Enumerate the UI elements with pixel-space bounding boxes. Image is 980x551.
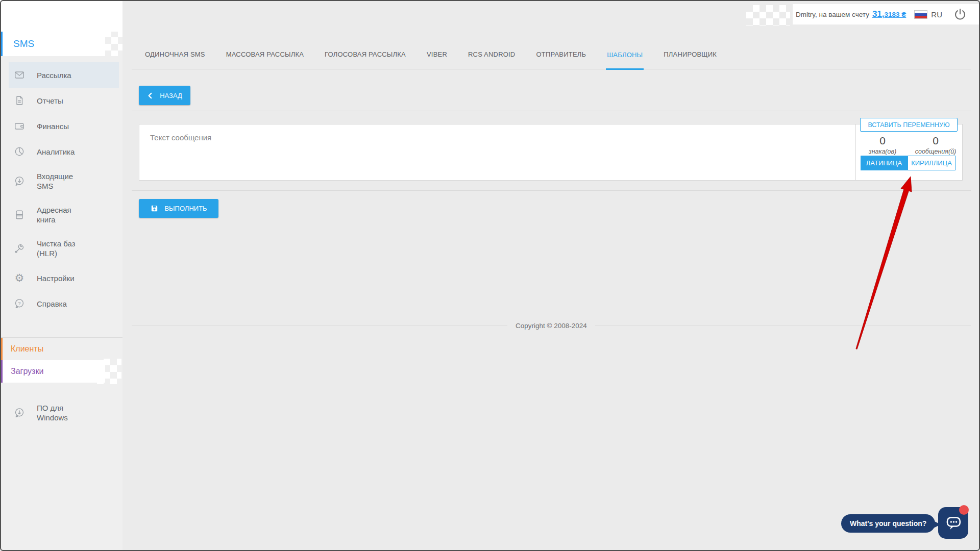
downloads-active-bar bbox=[0, 360, 3, 383]
char-counter: 0 знака(ов) bbox=[856, 135, 909, 155]
save-icon bbox=[150, 204, 159, 213]
incoming-bubble-icon bbox=[14, 176, 25, 187]
tab-scheduler[interactable]: ПЛАНИРОВЩИК bbox=[663, 51, 718, 69]
help-bubble-icon: ? bbox=[14, 298, 25, 309]
tab-rcs-android[interactable]: RCS ANDROID bbox=[467, 51, 517, 69]
chevron-left-icon bbox=[147, 92, 153, 99]
char-caption: знака(ов) bbox=[856, 148, 909, 155]
sidebar-item-nastroyki[interactable]: ⚙ Настройки bbox=[9, 265, 119, 291]
back-button[interactable]: НАЗАД bbox=[139, 86, 190, 105]
divider bbox=[132, 190, 971, 191]
copyright: Copyright © 2008-2024 bbox=[132, 325, 971, 335]
message-text-input[interactable]: Текст сообщения bbox=[139, 124, 855, 180]
wallet-icon bbox=[14, 120, 25, 132]
divider bbox=[132, 111, 971, 111]
wrench-icon bbox=[14, 243, 25, 254]
sidebar-section-clients[interactable]: Клиенты bbox=[0, 338, 122, 360]
sidebar-item-finansy[interactable]: Финансы bbox=[9, 113, 119, 139]
sms-section-label: SMS bbox=[13, 38, 34, 49]
sms-active-bar bbox=[0, 32, 3, 56]
chat-bubble-tail bbox=[934, 521, 941, 528]
tab-single-sms[interactable]: ОДИНОЧНАЯ SMS bbox=[144, 51, 206, 69]
sidebar-item-analitika[interactable]: Аналитика bbox=[9, 139, 119, 164]
message-caption: сообщения(й) bbox=[909, 148, 962, 155]
tab-sender[interactable]: ОТПРАВИТЕЛЬ bbox=[535, 51, 587, 69]
sidebar-item-vhodyashchie-sms[interactable]: Входящие SMS bbox=[9, 164, 119, 198]
account-greeting: Dmitry, на вашем счету bbox=[796, 11, 869, 18]
chat-notification-dot bbox=[959, 505, 969, 515]
alphabet-toggle: ЛАТИНИЦА КИРИЛЛИЦА bbox=[861, 156, 955, 170]
message-placeholder: Текст сообщения bbox=[150, 133, 211, 142]
message-panel: Текст сообщения ВСТАВИТЬ ПЕРЕМЕННУЮ 0 зн… bbox=[139, 124, 963, 181]
main-content: ОДИНОЧНАЯ SMS МАССОВАЯ РАССЫЛКА ГОЛОСОВА… bbox=[122, 0, 980, 551]
insert-variable-button[interactable]: ВСТАВИТЬ ПЕРЕМЕННУЮ bbox=[860, 118, 958, 132]
sidebar-item-spravka[interactable]: ? Справка bbox=[9, 291, 119, 316]
sidebar-item-adresnaya-kniga[interactable]: Адресная книга bbox=[9, 198, 119, 232]
russia-flag-icon bbox=[914, 10, 927, 19]
char-count: 0 bbox=[856, 135, 909, 147]
download-bubble-icon bbox=[14, 407, 25, 418]
envelope-icon bbox=[14, 69, 25, 81]
language-selector[interactable]: RU bbox=[931, 10, 942, 19]
message-counters-panel: ВСТАВИТЬ ПЕРЕМЕННУЮ 0 знака(ов) 0 сообще… bbox=[855, 124, 962, 180]
sidebar-item-chistka-baz-hlr[interactable]: Чистка баз (HLR) bbox=[9, 232, 119, 265]
tab-templates[interactable]: ШАБЛОНЫ bbox=[606, 51, 644, 70]
sidebar-item-po-dlya-windows[interactable]: ПО для Windows bbox=[9, 396, 119, 430]
cyrillic-toggle-button[interactable]: КИРИЛЛИЦА bbox=[908, 156, 955, 170]
pixel-decoration bbox=[97, 359, 121, 384]
sidebar-section-sms[interactable]: SMS bbox=[0, 32, 105, 56]
counters: 0 знака(ов) 0 сообщения(й) bbox=[856, 135, 962, 155]
document-icon bbox=[14, 95, 25, 106]
svg-text:?: ? bbox=[18, 300, 20, 306]
sidebar: SMS Рассылка Отчеты Финансы Анал bbox=[0, 0, 122, 551]
pie-chart-icon bbox=[14, 146, 25, 157]
sidebar-item-rassylka[interactable]: Рассылка bbox=[9, 62, 119, 88]
tab-mass-mailing[interactable]: МАССОВАЯ РАССЫЛКА bbox=[225, 51, 305, 69]
sidebar-header: SMS bbox=[0, 0, 122, 56]
sidebar-header-gray-patch bbox=[105, 32, 122, 56]
message-counter: 0 сообщения(й) bbox=[909, 135, 962, 155]
latin-toggle-button[interactable]: ЛАТИНИЦА bbox=[861, 156, 908, 170]
balance-link[interactable]: 31,3183 ₴ bbox=[872, 9, 906, 19]
message-count: 0 bbox=[909, 135, 962, 147]
chat-bubble-icon bbox=[944, 514, 963, 532]
tab-viber[interactable]: VIBER bbox=[426, 51, 448, 69]
sidebar-item-otchety[interactable]: Отчеты bbox=[9, 88, 119, 113]
tab-voice-mailing[interactable]: ГОЛОСОВАЯ РАССЫЛКА bbox=[324, 51, 407, 69]
chat-question-bubble[interactable]: What's your question? bbox=[841, 514, 935, 533]
sidebar-section-downloads[interactable]: Загрузки bbox=[0, 360, 105, 383]
address-book-icon bbox=[14, 209, 25, 220]
sidebar-menu: Рассылка Отчеты Финансы Аналитика Входящ… bbox=[0, 62, 122, 316]
clients-active-bar bbox=[0, 338, 3, 360]
gear-icon: ⚙ bbox=[14, 272, 25, 284]
submit-button[interactable]: ВЫПОЛНИТЬ bbox=[139, 199, 218, 218]
logout-power-icon[interactable] bbox=[953, 8, 967, 21]
account-bar: Dmitry, на вашем счету 31,3183 ₴ RU bbox=[793, 4, 979, 24]
